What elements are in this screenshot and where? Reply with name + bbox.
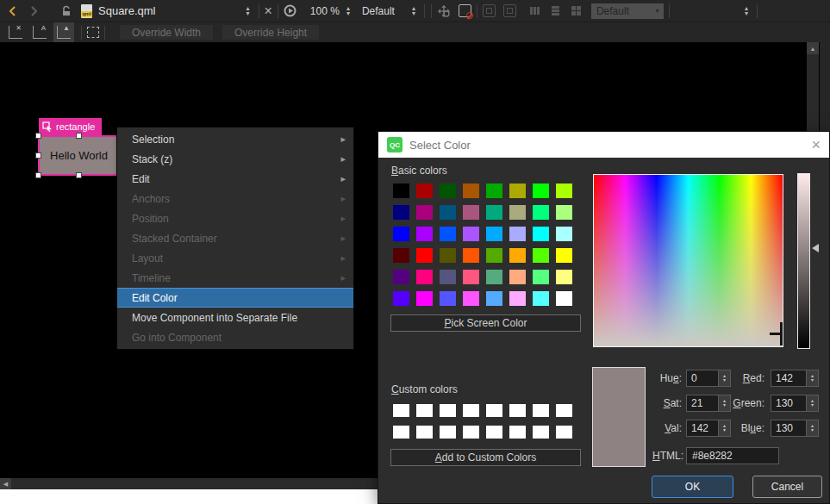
show-bounding-rects-icon[interactable] xyxy=(87,27,99,38)
snap-with-anchors-icon[interactable] xyxy=(503,4,516,17)
custom-color-swatch[interactable] xyxy=(509,404,526,417)
basic-color-swatch[interactable] xyxy=(533,270,549,284)
basic-color-swatch[interactable] xyxy=(416,291,433,306)
menu-item-selection[interactable]: Selection ▸ xyxy=(117,129,353,149)
close-file-icon[interactable]: × xyxy=(265,4,272,18)
custom-color-swatch[interactable] xyxy=(416,404,433,417)
override-width-button[interactable]: Override Width xyxy=(120,25,213,40)
basic-color-swatch[interactable] xyxy=(393,227,409,241)
custom-color-swatch[interactable] xyxy=(416,426,433,439)
forward-icon[interactable] xyxy=(28,5,40,17)
basic-color-swatch[interactable] xyxy=(556,248,572,263)
basic-color-swatch[interactable] xyxy=(440,248,456,263)
basic-color-swatch[interactable] xyxy=(416,248,433,263)
basic-color-swatch[interactable] xyxy=(463,184,479,198)
custom-color-swatch[interactable] xyxy=(486,404,502,417)
value-slider-handle[interactable] xyxy=(812,244,819,252)
scroll-up-button[interactable]: ▲ xyxy=(807,42,819,54)
basic-color-swatch[interactable] xyxy=(463,270,479,284)
basic-color-swatch[interactable] xyxy=(463,227,479,241)
basic-color-swatch[interactable] xyxy=(509,184,526,198)
pick-screen-color-button[interactable]: Pick Screen Color xyxy=(390,314,581,332)
preview-zoom-value[interactable]: 100 % xyxy=(310,5,340,17)
basic-color-swatch[interactable] xyxy=(556,291,572,306)
lock-icon[interactable] xyxy=(60,5,72,17)
blue-stepper[interactable]: ▴▾ xyxy=(806,420,818,436)
hue-saturation-map[interactable] xyxy=(593,174,783,347)
menu-item-edit-color[interactable]: Edit Color ▸ xyxy=(117,288,353,308)
basic-color-swatch[interactable] xyxy=(486,248,502,263)
resize-handle[interactable] xyxy=(76,133,82,139)
dialog-titlebar[interactable]: QC Select Color × xyxy=(378,132,829,158)
custom-color-swatch[interactable] xyxy=(533,404,549,417)
back-icon[interactable] xyxy=(7,5,19,17)
resize-handle[interactable] xyxy=(35,133,41,139)
basic-color-swatch[interactable] xyxy=(486,227,502,241)
basic-color-swatch[interactable] xyxy=(463,205,479,220)
basic-color-swatch[interactable] xyxy=(416,205,433,220)
ok-button[interactable]: OK xyxy=(652,476,733,498)
custom-color-swatch[interactable] xyxy=(556,404,572,417)
custom-color-swatch[interactable] xyxy=(486,426,502,439)
value-slider[interactable] xyxy=(797,173,810,349)
basic-color-swatch[interactable] xyxy=(533,291,549,306)
basic-color-swatch[interactable] xyxy=(416,227,433,241)
dialog-close-icon[interactable]: × xyxy=(811,137,821,152)
basic-color-swatch[interactable] xyxy=(556,205,572,220)
vertical-scrollbar[interactable]: ▲ xyxy=(807,42,819,132)
custom-color-swatch[interactable] xyxy=(533,426,549,439)
basic-color-swatch[interactable] xyxy=(509,227,526,241)
basic-color-swatch[interactable] xyxy=(509,205,526,220)
basic-color-swatch[interactable] xyxy=(486,270,502,284)
custom-color-swatch[interactable] xyxy=(393,404,409,417)
basic-color-swatch[interactable] xyxy=(440,184,456,198)
basic-color-swatch[interactable] xyxy=(509,248,526,263)
basic-color-swatch[interactable] xyxy=(440,291,456,306)
cancel-button[interactable]: Cancel xyxy=(752,476,822,498)
custom-color-swatch[interactable] xyxy=(393,426,409,439)
toolbar-right-stepper[interactable]: ▴▾ xyxy=(745,6,748,16)
add-to-custom-colors-button[interactable]: Add to Custom Colors xyxy=(390,449,581,466)
canvas-component[interactable]: Hello World xyxy=(38,135,120,176)
basic-color-swatch[interactable] xyxy=(416,270,433,284)
basic-color-swatch[interactable] xyxy=(393,248,409,263)
basic-color-swatch[interactable] xyxy=(393,270,409,284)
preview-zoom-stepper[interactable]: ▴▾ xyxy=(346,6,350,16)
file-selector-stepper[interactable]: ▴▾ xyxy=(246,6,249,16)
grid-layout-icon[interactable] xyxy=(571,6,581,16)
basic-color-swatch[interactable] xyxy=(393,184,409,198)
set-anchors-icon[interactable]: ▲ xyxy=(57,26,71,39)
basic-color-swatch[interactable] xyxy=(393,205,409,220)
basic-color-swatch[interactable] xyxy=(463,248,479,263)
basic-color-swatch[interactable] xyxy=(486,184,502,198)
menu-item-move-component-into-separate-file[interactable]: Move Component into Separate File ▸ xyxy=(117,308,353,327)
row-layout-icon[interactable] xyxy=(530,7,540,15)
basic-color-swatch[interactable] xyxy=(533,248,549,263)
basic-color-swatch[interactable] xyxy=(533,184,549,198)
reset-anchors-icon[interactable]: A xyxy=(33,26,47,39)
reset-size-icon[interactable]: ✕ xyxy=(9,26,22,39)
basic-color-swatch[interactable] xyxy=(486,291,502,306)
basic-color-swatch[interactable] xyxy=(440,205,456,220)
basic-color-swatch[interactable] xyxy=(556,270,572,284)
basic-color-swatch[interactable] xyxy=(486,205,502,220)
resize-handle[interactable] xyxy=(76,172,82,178)
state-selector[interactable]: Default xyxy=(362,5,395,17)
basic-color-swatch[interactable] xyxy=(440,270,456,284)
basic-color-swatch[interactable] xyxy=(533,227,549,241)
basic-color-swatch[interactable] xyxy=(533,205,549,220)
custom-color-swatch[interactable] xyxy=(463,426,479,439)
basic-color-swatch[interactable] xyxy=(440,227,456,241)
override-height-button[interactable]: Override Height xyxy=(222,25,319,40)
scroll-left-button[interactable]: ◀ xyxy=(0,478,11,489)
no-snapping-icon[interactable] xyxy=(459,4,471,17)
snap-to-parent-icon[interactable] xyxy=(483,4,496,17)
basic-color-swatch[interactable] xyxy=(556,227,572,241)
resize-handle[interactable] xyxy=(35,152,41,159)
basic-color-swatch[interactable] xyxy=(509,270,526,284)
custom-color-swatch[interactable] xyxy=(440,426,456,439)
basic-color-swatch[interactable] xyxy=(416,184,433,198)
custom-color-swatch[interactable] xyxy=(440,404,456,417)
menu-item-stack-z[interactable]: Stack (z) ▸ xyxy=(117,149,353,169)
horizontal-scrollbar[interactable]: ◀ xyxy=(0,478,378,489)
